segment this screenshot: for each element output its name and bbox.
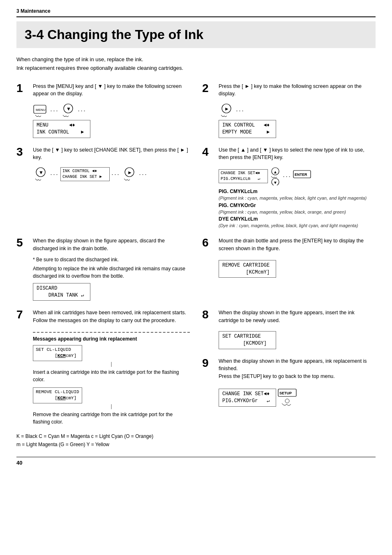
step-4-options: PIG. CMYKLcLm (Pigment ink : cyan, magen… <box>219 188 376 229</box>
step-3-number: 3 <box>16 146 29 158</box>
step-2-content: ► ··· INK CONTROL ◄♦ EMPTY MODE ► <box>219 101 376 138</box>
step-4-icons: CHANGE INK SET◄♦ PIG.CMYKLcLm ↵ ▲ ▼ ··· <box>219 167 376 185</box>
step-2-lcd: INK CONTROL ◄♦ EMPTY MODE ► <box>219 120 276 138</box>
step-8: 8 When the display shown in the figure a… <box>202 309 376 349</box>
chapter-title-box: 3-4 Changing the Type of Ink <box>16 21 376 48</box>
step-5: 5 When the display shown in the figure a… <box>16 237 190 301</box>
option-3-note: (Dye ink : cyan, magenta, yellow, black,… <box>219 223 376 229</box>
steps-grid-mid: 5 When the display shown in the figure a… <box>16 237 376 301</box>
step-1: 1 Press the [MENU] key and [ ▼ ] key to … <box>16 83 190 138</box>
dot-separator-2: ··· <box>78 106 86 115</box>
step-1-content: MENU ··· ▼ ··· MENU ◄♦ INK CONTROL ► <box>33 101 190 138</box>
step-5-number: 5 <box>16 237 29 249</box>
step-6: 6 Mount the drain bottle and press the [… <box>202 237 376 301</box>
step-9: 9 When the display shown in the figure a… <box>202 357 376 409</box>
right-arrow-hand-s3: ► <box>122 167 137 181</box>
step-1-icons: MENU ··· ▼ ··· <box>33 104 190 117</box>
step-7-content: Messages appearing during ink replacemen… <box>33 328 190 426</box>
step-9-number: 9 <box>202 357 214 369</box>
page-number: 40 <box>16 457 376 466</box>
dots-s3b: ··· <box>111 170 120 179</box>
dots-s3a: ··· <box>50 170 59 179</box>
step-5-text: When the display shown in the figure app… <box>33 237 190 253</box>
step-5-lcd-wrapper: DISCARD DRAIN TANK ↵ <box>33 283 190 301</box>
step-2-text: Press the [ ► ] key to make the followin… <box>219 83 376 98</box>
color-codes: K = Black C = Cyan M = Magenta c = Light… <box>16 432 376 449</box>
svg-text:SETUP: SETUP <box>279 391 292 395</box>
msg2-lcd: REMOVE CL-LIQUID [KCMcmY] <box>33 387 82 403</box>
step-6-number: 6 <box>202 237 214 249</box>
step-5-asterisk: * Be sure to discard the discharged ink. <box>33 256 190 263</box>
step-1-number: 1 <box>16 83 29 94</box>
option-1-label: PIG. CMYKLcLm <box>219 189 258 194</box>
step-2-icons: ► ··· <box>219 104 376 117</box>
messages-label: Messages appearing during ink replacemen… <box>33 335 190 343</box>
option-3-label: DYE CMYKLcLm <box>219 216 258 222</box>
step-9-lcd-row: CHANGE INK SET◄♦ PIG.CMYKOrGr ↵ SETUP <box>219 389 376 407</box>
step-9-text-2: Press the [SETUP] key to go back to the … <box>219 373 376 380</box>
step-2-header: 2 Press the [ ► ] key to make the follow… <box>202 83 376 98</box>
steps-grid-top: 1 Press the [MENU] key and [ ▼ ] key to … <box>16 83 376 229</box>
step-1-lcd: MENU ◄♦ INK CONTROL ► <box>33 120 90 138</box>
step-9-text-1: When the display shown in the figure app… <box>219 357 376 373</box>
step-3-icons: ▼ ··· INK CONTROL ◄♦ CHANGE INK SET ► ··… <box>33 167 190 181</box>
message-block-2: REMOVE CL-LIQUID [KCMcmY] | Remove the c… <box>33 387 190 426</box>
msg1-arrow: | <box>33 361 190 367</box>
step-8-lcd: SET CARTRIDGE [KCMOGY] <box>219 331 276 349</box>
msg1-lcd: SET CL-LIQUID [KCMcmY] <box>33 345 82 361</box>
msg2-note: Remove the cleaning cartridge from the i… <box>33 411 190 426</box>
step-8-number: 8 <box>202 309 214 320</box>
step-2: 2 Press the [ ► ] key to make the follow… <box>202 83 376 138</box>
breadcrumb: 3 Maintenance <box>16 8 376 17</box>
step-7-number: 7 <box>16 309 29 320</box>
step-7-header: 7 When all ink cartridges have been remo… <box>16 309 190 325</box>
step-3-lcd-left: INK CONTROL ◄♦ CHANGE INK SET ► <box>60 167 110 181</box>
option-2-note: (Pigment ink : cyan, magenta, yellow, bl… <box>219 209 376 215</box>
step-5-lcd: DISCARD DRAIN TANK ↵ <box>33 283 90 301</box>
step-9-header: 9 When the display shown in the figure a… <box>202 357 376 380</box>
down-arrow-hand-s3: ▼ <box>33 167 48 181</box>
svg-text:►: ► <box>127 170 132 175</box>
msg2-arrow: | <box>33 403 190 409</box>
option-2-label: PIG. CMYKOrGr <box>219 203 256 208</box>
step-7-text: When all ink cartridges have been remove… <box>33 309 190 325</box>
option-1-note: (Pigment ink : cyan, magenta, yellow, bl… <box>219 195 376 201</box>
step-9-content: CHANGE INK SET◄♦ PIG.CMYKOrGr ↵ SETUP <box>219 386 376 409</box>
dot-separator-1: ··· <box>50 106 59 115</box>
svg-text:►: ► <box>224 106 229 112</box>
svg-point-18 <box>285 399 289 403</box>
page: 3 Maintenance 3-4 Changing the Type of I… <box>0 0 392 478</box>
step-4-number: 4 <box>202 146 214 158</box>
step-9-lcd: CHANGE INK SET◄♦ PIG.CMYKOrGr ↵ <box>219 389 276 407</box>
step-4-content: CHANGE INK SET◄♦ PIG.CMYKLcLm ↵ ▲ ▼ ··· <box>219 165 376 229</box>
step-7: 7 When all ink cartridges have been remo… <box>16 309 190 425</box>
step-6-content: REMOVE CARTRIDGE [KCMcmY] <box>219 256 376 278</box>
msg1-note: Insert a cleaning cartridge into the ink… <box>33 368 190 383</box>
step-2-number: 2 <box>202 83 214 94</box>
step-3-header: 3 Use the [ ▼ ] key to select [CHANGE IN… <box>16 146 190 162</box>
enter-button-s4: ENTER <box>293 170 311 182</box>
chapter-title: 3-4 Changing the Type of Ink <box>25 27 367 42</box>
dashed-separator <box>33 332 190 333</box>
step-5-content: * Be sure to discard the discharged ink.… <box>33 256 190 301</box>
step-8-header: 8 When the display shown in the figure a… <box>202 309 376 325</box>
step-4-header: 4 Use the [ ▲ ] and [ ▼ ] keys to select… <box>202 146 376 162</box>
steps-grid-bottom: 7 When all ink cartridges have been remo… <box>16 309 376 425</box>
step-3-content: ▼ ··· INK CONTROL ◄♦ CHANGE INK SET ► ··… <box>33 165 190 184</box>
step-1-text: Press the [MENU] key and [ ▼ ] key to ma… <box>33 83 190 98</box>
step-3: 3 Use the [ ▼ ] key to select [CHANGE IN… <box>16 146 190 229</box>
svg-text:ENTER: ENTER <box>295 173 307 177</box>
step-6-lcd: REMOVE CARTRIDGE [KCMcmY] <box>219 260 276 278</box>
svg-text:▼: ▼ <box>39 170 44 175</box>
svg-text:▲: ▲ <box>273 170 277 174</box>
step-4-text: Use the [ ▲ ] and [ ▼ ] keys to select t… <box>219 146 376 162</box>
step-8-content: SET CARTRIDGE [KCMOGY] <box>219 328 376 349</box>
step-4: 4 Use the [ ▲ ] and [ ▼ ] keys to select… <box>202 146 376 229</box>
step-4-lcd: CHANGE INK SET◄♦ PIG.CMYKLcLm ↵ <box>219 169 268 183</box>
updown-arrows-s4: ▲ ▼ <box>270 167 281 185</box>
dot-separator-s2: ··· <box>236 106 244 115</box>
right-arrow-button-icon-s2: ► <box>219 104 234 117</box>
menu-button-icon: MENU <box>33 104 48 117</box>
step-5-extra: Attempting to replace the ink while disc… <box>33 265 190 280</box>
svg-text:▼: ▼ <box>66 106 71 112</box>
